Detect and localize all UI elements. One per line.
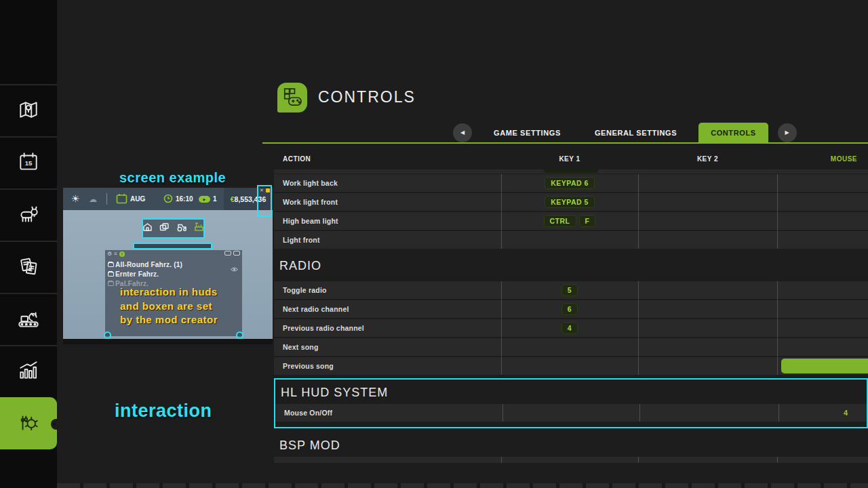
sidebar-item-animals-cow[interactable] xyxy=(0,188,57,241)
hud-time: 16:10 xyxy=(176,195,193,203)
section-rows: Work light backKEYPAD 6Work light frontK… xyxy=(274,174,868,249)
map-icon xyxy=(17,98,40,124)
folder-icon xyxy=(108,262,114,267)
table-row[interactable]: Next song xyxy=(274,338,868,356)
key1-cell: KEYPAD 6 xyxy=(501,177,638,189)
calendar-icon: 15 xyxy=(17,150,40,176)
inset-list-item: All-Round Fahrz. (1) xyxy=(105,260,242,269)
key1-cell: 4 xyxy=(501,322,638,334)
key1-cell: CTRLF xyxy=(501,215,638,227)
sidebar-item-contracts-documents[interactable] xyxy=(0,241,57,293)
table-column-headers: ACTION KEY 1 KEY 2 MOUSE xyxy=(274,148,868,169)
key-badge[interactable]: CTRL xyxy=(544,215,576,227)
sidebar-item-calendar[interactable]: 15 xyxy=(0,136,57,188)
tab-game-settings[interactable]: GAME SETTINGS xyxy=(481,123,573,142)
divider xyxy=(106,193,107,205)
tabs-prev-arrow-button[interactable]: ◀ xyxy=(453,123,472,142)
inset-bottom-edge xyxy=(63,339,273,344)
table-row[interactable]: Previous radio channel4 xyxy=(274,319,868,337)
table-row[interactable]: Previous song xyxy=(274,357,868,375)
annotation-screen-example: screen example xyxy=(119,170,226,186)
production-icon xyxy=(194,222,205,235)
mouse-cell xyxy=(777,193,868,211)
svg-text:15: 15 xyxy=(25,159,33,167)
action-label: Toggle radio xyxy=(274,286,501,294)
column-divider xyxy=(638,457,639,463)
highlight-box-hl-hud-system: HL HUD SYSTEMMouse On/Off4 xyxy=(274,378,868,428)
column-divider xyxy=(777,174,778,249)
column-divider xyxy=(501,281,502,375)
key-badge[interactable]: 4 xyxy=(561,322,578,334)
inset-hud-topbar: ☀ ☁ AUG 16:10 ▶ 1 €8,553,436 ✕ xyxy=(63,188,273,210)
table-row[interactable]: High beam lightCTRLF xyxy=(274,212,868,230)
mouse-cell xyxy=(777,300,868,318)
section-rows: Mouse On/Off4 xyxy=(275,404,867,422)
tab-controls[interactable]: CONTROLS xyxy=(698,123,768,142)
section-title: BSP MOD xyxy=(274,434,868,457)
cropped-row xyxy=(274,457,868,463)
tab-general-settings[interactable]: GENERAL SETTINGS xyxy=(583,123,689,142)
key1-cell: 6 xyxy=(501,303,638,315)
action-label: Light front xyxy=(274,236,501,244)
sidebar-item-settings-gear[interactable] xyxy=(0,397,57,449)
hud-month: AUG xyxy=(130,195,145,203)
inset-list-label: All-Round Fahrz. (1) xyxy=(115,261,182,268)
table-row[interactable]: Next radio channel6 xyxy=(274,300,868,318)
info-icon: ! xyxy=(119,251,125,257)
clock-icon xyxy=(163,194,173,206)
section-rows xyxy=(274,457,868,463)
key-badge[interactable]: KEYPAD 6 xyxy=(545,177,595,189)
mouse-cell xyxy=(777,357,868,375)
column-divider xyxy=(502,404,503,422)
animals-cow-icon xyxy=(16,203,41,228)
column-header-key1: KEY 1 xyxy=(501,155,638,163)
close-icon: ✕ xyxy=(260,188,264,193)
column-divider xyxy=(777,281,778,375)
action-label: Previous radio channel xyxy=(274,324,501,332)
production-icon xyxy=(16,307,41,333)
cloud-weather-icon: ☁ xyxy=(89,195,97,204)
table-row[interactable]: Toggle radio5 xyxy=(274,281,868,299)
controls-mod-icon xyxy=(277,83,307,113)
tab-bar: ◀GAME SETTINGSGENERAL SETTINGSCONTROLS▶ xyxy=(453,123,797,142)
key-badge[interactable]: 5 xyxy=(561,284,578,296)
column-divider xyxy=(777,457,778,463)
tab-underline xyxy=(262,142,868,144)
cropped-key-badge xyxy=(544,169,598,173)
sidebar-item-production[interactable] xyxy=(0,293,57,345)
coin-icon xyxy=(266,188,270,192)
mouse-binding-bar[interactable] xyxy=(781,359,868,373)
key-badge[interactable]: KEYPAD 5 xyxy=(545,196,595,208)
action-label: Mouse On/Off xyxy=(275,409,502,417)
key-badge[interactable]: 6 xyxy=(561,303,578,315)
resize-handle-right xyxy=(236,331,243,339)
tabs-next-arrow-button[interactable]: ▶ xyxy=(778,123,797,142)
table-row[interactable]: Light front xyxy=(274,231,868,249)
key-badge[interactable]: F xyxy=(579,215,596,227)
table-row[interactable]: Work light backKEYPAD 6 xyxy=(274,174,868,192)
sidebar-item-statistics-chart[interactable] xyxy=(0,345,57,397)
key1-cell: KEYPAD 5 xyxy=(501,196,638,208)
column-divider xyxy=(638,174,639,249)
column-header-mouse: MOUSE xyxy=(777,155,868,163)
screen: 15 CONTROLS ◀GAME SETTINGSGENERAL SETTIN… xyxy=(0,0,868,488)
bottom-keyboard-strip xyxy=(57,483,868,488)
gear-icon: ⚙ xyxy=(107,251,112,258)
column-divider xyxy=(501,457,502,463)
inset-highlight-corner-box: ✕ xyxy=(257,185,272,217)
page-title: CONTROLS xyxy=(318,88,416,106)
action-label: Next radio channel xyxy=(274,305,501,313)
mouse-cell xyxy=(777,281,868,299)
mouse-cell xyxy=(777,319,868,337)
folder-icon xyxy=(108,272,114,277)
section-title: RADIO xyxy=(274,254,868,277)
tractor-icon xyxy=(176,222,187,235)
note-line: by the mod creator xyxy=(120,313,218,327)
time-speed-play-icon: ▶ xyxy=(199,196,210,203)
table-row[interactable]: Work light frontKEYPAD 5 xyxy=(274,193,868,211)
inset-list-item: Ernter Fahrz. xyxy=(105,269,242,279)
section-rows: Toggle radio5Next radio channel6Previous… xyxy=(274,281,868,375)
note-line: interaction in huds xyxy=(120,285,218,300)
sidebar-item-map[interactable] xyxy=(0,84,57,136)
mouse-cell xyxy=(777,231,868,249)
